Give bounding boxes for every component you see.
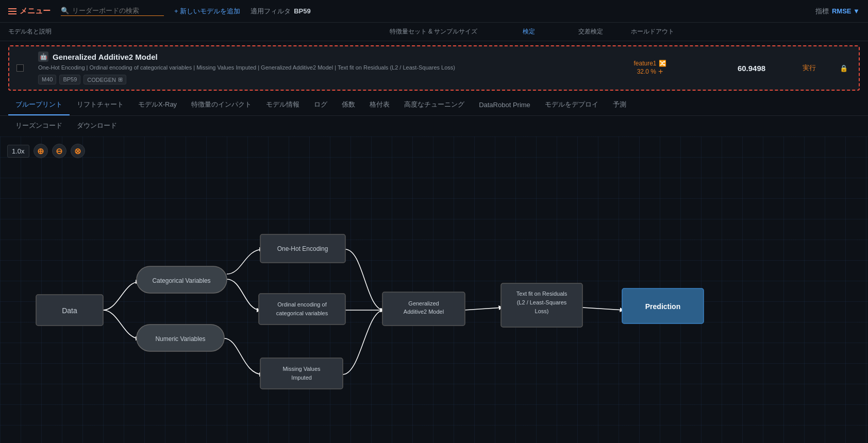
svg-text:Generalized: Generalized bbox=[408, 300, 439, 306]
search-area[interactable]: 🔍 bbox=[61, 7, 164, 16]
tab-model-xray[interactable]: モデルX-Ray bbox=[131, 95, 184, 115]
svg-text:Text fit on Residuals: Text fit on Residuals bbox=[516, 291, 567, 297]
tab-lift-chart[interactable]: リフトチャート bbox=[70, 95, 131, 115]
tab-download[interactable]: ダウンロード bbox=[70, 116, 124, 137]
feature-pct: 32.0 % + bbox=[586, 67, 714, 76]
metric-dropdown[interactable]: RMSE ▼ bbox=[832, 7, 860, 15]
menu-button[interactable]: メニュー bbox=[8, 6, 51, 16]
model-card-left bbox=[16, 64, 32, 72]
model-tags: M40 BP59 CODEGEN ⊞ bbox=[38, 75, 579, 84]
metric-area: 指標 RMSE ▼ bbox=[815, 7, 860, 16]
zoom-controls: 1.0x ⊕ ⊖ ⊗ bbox=[7, 144, 85, 158]
svg-text:Numeric Variables: Numeric Variables bbox=[155, 335, 205, 343]
filter-area: 適用フィルタ BP59 bbox=[251, 7, 311, 16]
model-card-wrapper: 🤖 Generalized Additive2 Model One-Hot En… bbox=[0, 41, 868, 95]
canvas-area[interactable]: 1.0x ⊕ ⊖ ⊗ Da bbox=[0, 137, 868, 443]
add-model-label: + 新しいモデルを追加 bbox=[174, 7, 240, 16]
top-navigation: メニュー 🔍 + 新しいモデルを追加 適用フィルタ BP59 指標 RMSE ▼ bbox=[0, 0, 868, 23]
tab-reason-code[interactable]: リーズンコード bbox=[8, 116, 70, 137]
svg-text:Prediction: Prediction bbox=[645, 302, 680, 311]
model-checkbox[interactable] bbox=[16, 64, 24, 72]
col-validation: 検定 bbox=[498, 27, 560, 36]
col-crossval: 交差検定 bbox=[560, 27, 622, 36]
model-feature-info: feature1 🔀 32.0 % + bbox=[586, 60, 714, 76]
run-button[interactable]: 実行 bbox=[789, 63, 830, 73]
robot-icon: 🤖 bbox=[38, 52, 48, 62]
svg-text:Missing Values: Missing Values bbox=[282, 366, 321, 372]
svg-text:Categorical Variables: Categorical Variables bbox=[152, 277, 210, 284]
tab-log[interactable]: ログ bbox=[307, 95, 335, 115]
tag-bp59: BP59 bbox=[59, 75, 80, 84]
filter-label: 適用フィルタ bbox=[251, 7, 291, 16]
tab-feature-impact[interactable]: 特徴量のインパクト bbox=[184, 95, 259, 115]
svg-text:Data: Data bbox=[62, 306, 77, 315]
tab-bar-row2: リーズンコード ダウンロード bbox=[0, 116, 868, 137]
svg-rect-8 bbox=[259, 294, 345, 325]
tab-coefficients[interactable]: 係数 bbox=[335, 95, 362, 115]
tab-prediction[interactable]: 予測 bbox=[606, 95, 633, 115]
tab-model-info[interactable]: モデル情報 bbox=[259, 95, 307, 115]
zoom-out-button[interactable]: ⊖ bbox=[52, 144, 66, 158]
filter-value: BP59 bbox=[294, 7, 311, 15]
tag-m40: M40 bbox=[38, 75, 56, 84]
lock-icon: 🔒 bbox=[836, 64, 852, 72]
svg-text:Imputed: Imputed bbox=[291, 374, 312, 381]
validation-score: 60.9498 bbox=[721, 64, 782, 73]
grid-icon: ⊞ bbox=[118, 76, 123, 83]
svg-text:Loss): Loss) bbox=[535, 308, 549, 314]
col-feature-set: 特徴量セット & サンプルサイズ bbox=[369, 27, 498, 36]
col-model-name: モデル名と説明 bbox=[8, 27, 369, 36]
tab-rating-table[interactable]: 格付表 bbox=[362, 95, 397, 115]
model-title: 🤖 Generalized Additive2 Model bbox=[38, 52, 579, 62]
tab-bar-row1: ブループリント リフトチャート モデルX-Ray 特徴量のインパクト モデル情報… bbox=[0, 95, 868, 116]
menu-label: メニュー bbox=[20, 6, 51, 16]
model-description: One-Hot Encoding | Ordinal encoding of c… bbox=[38, 64, 579, 72]
tab-blueprint[interactable]: ブループリント bbox=[8, 95, 70, 115]
search-icon: 🔍 bbox=[61, 7, 69, 14]
tab-advanced-tuning[interactable]: 高度なチューニング bbox=[397, 95, 472, 115]
feature-icon: 🔀 bbox=[659, 60, 666, 67]
search-input[interactable] bbox=[72, 7, 160, 14]
svg-text:One-Hot Encoding: One-Hot Encoding bbox=[277, 245, 328, 252]
model-card: 🤖 Generalized Additive2 Model One-Hot En… bbox=[8, 45, 860, 91]
svg-text:(L2 / Least-Squares: (L2 / Least-Squares bbox=[517, 299, 567, 305]
zoom-reset-button[interactable]: ⊗ bbox=[71, 144, 85, 158]
model-name: Generalized Additive2 Model bbox=[53, 53, 158, 61]
svg-rect-11 bbox=[260, 358, 343, 389]
svg-text:Ordinal encoding of: Ordinal encoding of bbox=[277, 301, 327, 308]
column-headers: モデル名と説明 特徴量セット & サンプルサイズ 検定 交差検定 ホールドアウト bbox=[0, 23, 868, 41]
feature-name: feature1 🔀 bbox=[586, 60, 714, 67]
zoom-in-button[interactable]: ⊕ bbox=[34, 144, 48, 158]
model-card-content: 🤖 Generalized Additive2 Model One-Hot En… bbox=[38, 52, 579, 84]
tag-codegen: CODEGEN ⊞ bbox=[84, 75, 126, 84]
svg-text:Additive2 Model: Additive2 Model bbox=[404, 309, 444, 315]
col-holdout: ホールドアウト bbox=[622, 27, 683, 36]
tab-datarobot-prime[interactable]: DataRobot Prime bbox=[472, 96, 538, 115]
hamburger-icon bbox=[8, 8, 16, 14]
add-model-button[interactable]: + 新しいモデルを追加 bbox=[174, 7, 240, 16]
plus-icon[interactable]: + bbox=[658, 67, 663, 76]
metric-label: 指標 bbox=[815, 7, 829, 16]
zoom-level: 1.0x bbox=[7, 145, 29, 158]
blueprint-diagram: Data Categorical Variables Numeric Varia… bbox=[0, 137, 868, 443]
svg-text:categorical variables: categorical variables bbox=[276, 310, 328, 316]
tab-deploy[interactable]: モデルをデプロイ bbox=[538, 95, 606, 115]
